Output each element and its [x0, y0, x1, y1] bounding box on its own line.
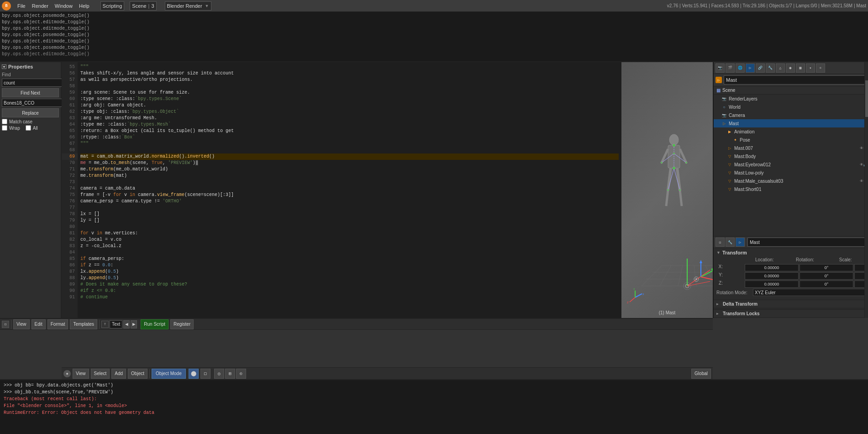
pivot-btn[interactable]: ◎ — [214, 369, 224, 379]
prop-tool-material[interactable]: ◉ — [786, 64, 795, 73]
find-input[interactable] — [2, 79, 63, 87]
tree-item-mastshort[interactable]: ▽ Mast:Short01 👁 — [714, 185, 868, 193]
tree-item-masteyebrow[interactable]: ▽ Mast:Eyebrow012 👁 🔗 — [714, 160, 868, 169]
main-area: ▼ Properties Find ✕ Find Next ✕ Replace … — [0, 62, 868, 318]
props-btn-1[interactable]: ◻ — [715, 238, 725, 247]
tree-item-renderlayers[interactable]: 📷 RenderLayers 👁 — [714, 95, 868, 103]
props-btn-2[interactable]: 🔧 — [726, 238, 735, 247]
vp-add-btn[interactable]: Add — [111, 369, 126, 379]
prop-tool-world[interactable]: 🌐 — [736, 64, 745, 73]
loc-y-input[interactable] — [745, 272, 799, 280]
tree-item-mastlowpoly[interactable]: ▽ Mast:Low-poly 👁 — [714, 169, 868, 177]
props-btn-3[interactable]: ▷ — [736, 238, 745, 247]
scene-header: ▦ Scene — [714, 86, 868, 95]
match-case-checkbox[interactable] — [2, 119, 7, 124]
wrap-label[interactable]: Wrap — [9, 126, 20, 131]
loc-z-input[interactable] — [745, 281, 799, 288]
replace-input[interactable] — [2, 99, 63, 107]
all-label[interactable]: All — [33, 126, 38, 131]
all-checkbox[interactable] — [26, 125, 31, 131]
location-header: Location: — [745, 257, 784, 262]
eye-btn[interactable]: 👁 — [860, 179, 863, 183]
menu-render[interactable]: Render — [29, 2, 51, 10]
panel-toggle[interactable]: ▼ — [2, 64, 6, 69]
scene-tree[interactable]: ▦ Scene 📷 RenderLayers 👁 ○ World 👁 📷 Cam… — [714, 86, 868, 236]
register-btn[interactable]: Register — [170, 319, 194, 329]
line-num: 90 — [62, 288, 78, 294]
object-name-input[interactable] — [724, 75, 866, 85]
snap-btn[interactable]: ⊞ — [225, 369, 235, 379]
object-mode-btn[interactable]: Object Mode — [152, 369, 186, 379]
line-num: 85 — [62, 256, 78, 262]
code-area[interactable]: """ Takes shift-x/y, lens angle and sens… — [78, 62, 621, 318]
delta-transform-toggle[interactable]: ▶ Delta Transform — [714, 300, 868, 308]
text-name[interactable]: Text — [110, 320, 122, 328]
scene-selector[interactable]: Scene | 3 — [130, 1, 156, 11]
text-nav-next[interactable]: ▶ — [131, 320, 137, 328]
3d-viewport[interactable]: User Persp — [621, 62, 713, 318]
eye-btn[interactable]: 👁 — [860, 163, 863, 167]
mast-icon: ▷ — [721, 120, 727, 127]
render-engine-selector[interactable]: Blender Render ▼ — [165, 1, 211, 11]
terminal-area[interactable]: >>> obj bb= bpy.data.objects.get('Mast')… — [0, 379, 868, 434]
vp-object-btn[interactable]: Object — [128, 369, 147, 379]
tree-item-camera[interactable]: 📷 Camera 👁 — [714, 111, 868, 119]
te-templates-btn[interactable]: Templates — [70, 319, 97, 329]
find-replace-panel: ▼ Properties Find ✕ Find Next ✕ Replace … — [0, 62, 62, 318]
vp-sphere-icon[interactable]: ⬤ — [189, 369, 199, 379]
prop-tool-modifier[interactable]: 🔧 — [766, 64, 775, 73]
vp-view-btn[interactable]: View — [73, 369, 89, 379]
code-line: ly.append(0.5) — [80, 275, 619, 281]
svg-point-40 — [685, 162, 687, 164]
rot-y-input[interactable] — [800, 272, 853, 280]
code-editor[interactable]: 55 56 57 58 59 60 61 62 63 64 65 66 67 6… — [62, 62, 621, 318]
vp-select-btn[interactable]: Select — [91, 369, 110, 379]
prop-tool-render[interactable]: 📷 — [715, 64, 725, 73]
console-line: bpy.ops.object.editmode_toggle() — [2, 26, 866, 32]
line-num: 78 — [62, 211, 78, 217]
tree-item-mastbody[interactable]: ▽ Mast:Body 👁 — [714, 152, 868, 160]
global-btn[interactable]: Global — [691, 369, 711, 379]
proportional-btn[interactable]: ⊙ — [236, 369, 246, 379]
loc-x-input[interactable] — [745, 264, 799, 271]
tree-item-animation[interactable]: ▶ Animation ✶ — [714, 127, 868, 136]
replace-button[interactable]: Replace — [2, 108, 59, 117]
transform-locks-toggle[interactable]: ▶ Transform Locks — [714, 309, 868, 318]
prop-tool-scene[interactable]: 🎬 — [726, 64, 735, 73]
tree-item-world[interactable]: ○ World 👁 — [714, 103, 868, 111]
find-next-button[interactable]: Find Next — [2, 88, 59, 97]
workspace-selector[interactable]: Scripting — [100, 1, 125, 11]
tree-item-mastmale[interactable]: ▽ Mast:Male_casualsuit03 👁 🔒 — [714, 177, 868, 185]
line-num: 79 — [62, 217, 78, 224]
eye-btn[interactable]: 👁 — [860, 146, 863, 150]
menu-file[interactable]: File — [15, 2, 28, 10]
match-case-label[interactable]: Match case — [9, 119, 32, 124]
rot-x-input[interactable] — [800, 264, 853, 271]
te-icon-1[interactable]: ◻ — [2, 321, 9, 328]
tree-item-mast007[interactable]: ▷ Mast.007 👁 🔒 — [714, 144, 868, 152]
vp-display-icon[interactable]: ◻ — [200, 369, 210, 379]
prop-tool-particle[interactable]: ✦ — [806, 64, 815, 73]
menu-help[interactable]: Help — [76, 2, 92, 10]
prop-tool-object[interactable]: ▷ — [746, 64, 755, 73]
prop-tool-physics[interactable]: ⚛ — [816, 64, 825, 73]
text-nav-prev[interactable]: ◀ — [123, 320, 130, 328]
te-edit-btn[interactable]: Edit — [32, 319, 46, 329]
wrap-row: Wrap All — [2, 125, 59, 131]
te-view-btn[interactable]: View — [13, 319, 30, 329]
prop-tool-texture[interactable]: ▦ — [796, 64, 805, 73]
tree-item-pose[interactable]: ✦ Pose — [714, 136, 868, 144]
menu-window[interactable]: Window — [52, 2, 75, 10]
code-line: ly = [] — [80, 217, 619, 224]
code-line: z = -co_local.z — [80, 243, 619, 249]
run-script-btn[interactable]: Run Script — [141, 319, 168, 329]
prop-tool-constraints[interactable]: 🔗 — [756, 64, 765, 73]
tree-item-mast[interactable]: ▷ Mast 👁 — [714, 119, 868, 127]
wrap-checkbox[interactable] — [2, 125, 7, 131]
te-format-btn[interactable]: Format — [47, 319, 68, 329]
rotation-mode-input[interactable] — [753, 289, 865, 296]
prop-tool-data[interactable]: △ — [776, 64, 785, 73]
delta-label: Delta Transform — [723, 302, 758, 307]
vp-mode-icon[interactable]: ◉ — [63, 370, 71, 377]
rot-z-input[interactable] — [800, 281, 853, 288]
